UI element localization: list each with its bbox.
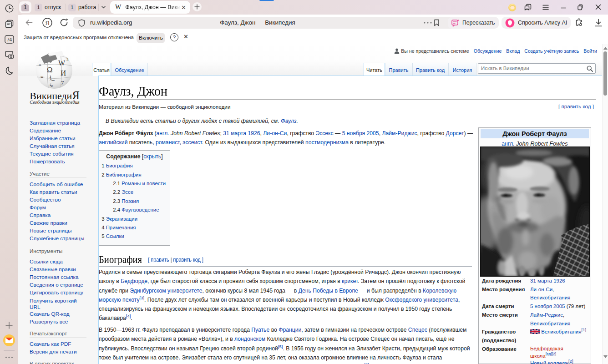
svg-text:ж: ж	[40, 75, 44, 79]
svg-text:ら: ら	[49, 83, 53, 87]
svg-text:74: 74	[7, 37, 12, 42]
svg-text:И: И	[61, 69, 66, 77]
svg-text:7: 7	[61, 79, 64, 86]
svg-text:З: З	[66, 57, 69, 62]
svg-text:ω: ω	[39, 63, 41, 67]
svg-text:Ω: Ω	[47, 66, 53, 74]
svg-text:辶: 辶	[50, 75, 55, 81]
svg-text:W: W	[58, 59, 66, 67]
svg-text:Я: Я	[46, 20, 50, 26]
